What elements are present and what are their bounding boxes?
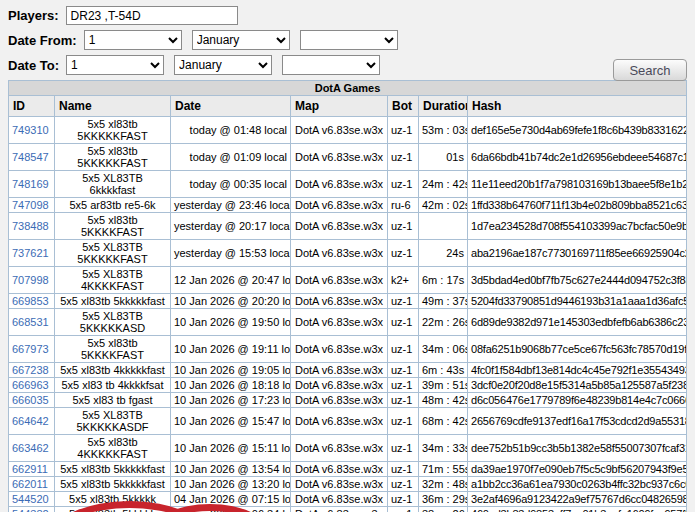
- game-id-link[interactable]: 737621: [12, 247, 49, 259]
- games-table: DotA Games IDNameDateMapBotDurationHash …: [8, 80, 687, 512]
- game-map-cell: DotA v6.83se.w3x: [291, 435, 388, 462]
- game-id-cell: 544520: [9, 492, 55, 507]
- game-duration-cell: 6m : 43s: [419, 363, 468, 378]
- game-bot-cell: uz-1: [388, 378, 419, 393]
- game-id-link[interactable]: 738488: [12, 220, 49, 232]
- date-from-month-select[interactable]: January: [192, 30, 290, 50]
- game-id-link[interactable]: 662011: [12, 478, 48, 490]
- game-id-link[interactable]: 668531: [12, 316, 49, 328]
- game-hash-cell: 1ffd338b64760f711f13b4e02b809bba8521c634: [468, 198, 687, 213]
- game-map-cell: DotA v6.83se.w3x: [291, 117, 388, 144]
- table-row: 6646425x5 XL83TB 5KKKKKASDF10 Jan 2026 @…: [9, 408, 687, 435]
- table-row: 7384885x5 xl83tb 5KKKKFASTyesterday @ 20…: [9, 213, 687, 240]
- game-bot-cell: ru-6: [388, 198, 419, 213]
- game-name-cell: 5x5 xl83tb 5KKKKKFAST: [55, 144, 171, 171]
- game-hash-cell: 6da66bdb41b74dc2e1d26956ebdeee54687c1ffb: [468, 144, 687, 171]
- game-id-link[interactable]: 544382: [12, 508, 49, 512]
- game-map-cell: DotA v6.83se.w3x: [291, 267, 388, 294]
- game-duration-cell: 49m : 37s: [419, 294, 468, 309]
- game-id-link[interactable]: 664642: [12, 415, 49, 427]
- table-row: 6685315x5 XL83TB 5KKKKKASD10 Jan 2026 @ …: [9, 309, 687, 336]
- game-id-link[interactable]: 748547: [12, 151, 49, 163]
- game-hash-cell: def165e5e730d4ab69fefe1f8c6b439b83316228: [468, 117, 687, 144]
- search-form: Players: Date From: 1 January Date To: 1…: [0, 0, 695, 75]
- game-map-cell: DotA v6.83se.w3x: [291, 363, 388, 378]
- game-hash-cell: da39ae1970f7e090eb7f5c5c9bf56207943f9e5b: [468, 462, 687, 477]
- game-map-cell: DotA v6.83se.w3x: [291, 507, 388, 512]
- game-id-link[interactable]: 666963: [12, 379, 49, 391]
- game-hash-cell: d6c056476e1779789f6e48239b814e4c7c066657: [468, 393, 687, 408]
- date-from-label: Date From:: [8, 33, 77, 48]
- game-map-cell: DotA v6.83se.w3x: [291, 294, 388, 309]
- game-id-cell: 663462: [9, 435, 55, 462]
- table-row: 6669635x5 xl83 tb 4kkkkfsat10 Jan 2026 @…: [9, 378, 687, 393]
- table-row: 7493105x5 xl83tb 5KKKKKFASTtoday @ 01:48…: [9, 117, 687, 144]
- players-input[interactable]: [66, 6, 238, 25]
- game-duration-cell: 22m : 26s: [419, 309, 468, 336]
- date-to-label: Date To:: [8, 58, 59, 73]
- table-header-row: IDNameDateMapBotDurationHash: [9, 96, 687, 117]
- game-id-link[interactable]: 667238: [12, 364, 49, 376]
- game-hash-cell: dee752b51b9cc3b5b1382e58f55007307fcaf31e: [468, 435, 687, 462]
- game-hash-cell: 2656769cdfe9137edf16a17f53cdcd2d9a553182: [468, 408, 687, 435]
- table-title: DotA Games: [9, 81, 687, 96]
- game-id-cell: 707998: [9, 267, 55, 294]
- game-duration-cell: [419, 213, 468, 240]
- date-to-month-select[interactable]: January: [174, 55, 272, 75]
- table-row: 7079985x5 XL83TB 4KKKKFAST12 Jan 2026 @ …: [9, 267, 687, 294]
- game-name-cell: 5x5 xl83tb 5KKKKFAST: [55, 213, 171, 240]
- game-map-cell: DotA v6.83se.w3x: [291, 492, 388, 507]
- game-duration-cell: 34m : 33s: [419, 435, 468, 462]
- game-name-cell: 5x5 xl83tb 4KKKKKFAST: [55, 435, 171, 462]
- table-row: 6620115x5 xl83tb 5kkkkkfast10 Jan 2026 @…: [9, 477, 687, 492]
- game-id-link[interactable]: 747098: [12, 199, 49, 211]
- game-id-cell: 748547: [9, 144, 55, 171]
- game-date-cell: 12 Jan 2026 @ 20:47 local: [171, 267, 291, 294]
- game-duration-cell: 42m : 02s: [419, 198, 468, 213]
- game-id-cell: 662011: [9, 477, 55, 492]
- game-map-cell: DotA v6.83se.w3x: [291, 309, 388, 336]
- game-date-cell: 10 Jan 2026 @ 13:20 local: [171, 477, 291, 492]
- game-date-cell: 10 Jan 2026 @ 18:18 local: [171, 378, 291, 393]
- game-map-cell: DotA v6.83se.w3x: [291, 393, 388, 408]
- column-header-hash: Hash: [468, 96, 687, 117]
- game-hash-cell: 3e2af4696a9123422a9ef75767d6cc0482659862: [468, 492, 687, 507]
- date-to-year-select[interactable]: [282, 55, 380, 75]
- game-date-cell: today @ 00:35 local: [171, 171, 291, 198]
- search-button[interactable]: Search: [613, 59, 687, 81]
- game-id-link[interactable]: 667973: [12, 343, 49, 355]
- game-map-cell: DotA v6.83se.w3x: [291, 213, 388, 240]
- game-bot-cell: uz-1: [388, 144, 419, 171]
- game-name-cell: 5x5 xl83 tb fgast: [55, 393, 171, 408]
- game-name-cell: 5x5 XL83TB 5KKKKKASDF: [55, 408, 171, 435]
- table-row: 6660355x5 xl83 tb fgast10 Jan 2026 @ 17:…: [9, 393, 687, 408]
- game-name-cell: 5x5 xl83tb 5kkkkkfast: [55, 462, 171, 477]
- game-name-cell: 5x5 XL83TB 6kkkkfast: [55, 171, 171, 198]
- game-id-link[interactable]: 544520: [12, 493, 49, 505]
- game-duration-cell: 68m : 42s: [419, 408, 468, 435]
- game-date-cell: yesterday @ 20:17 local: [171, 213, 291, 240]
- game-id-cell: 666035: [9, 393, 55, 408]
- game-id-link[interactable]: 663462: [12, 442, 49, 454]
- game-id-link[interactable]: 669853: [12, 295, 49, 307]
- date-from-year-select[interactable]: [300, 30, 398, 50]
- game-id-cell: 748169: [9, 171, 55, 198]
- game-id-link[interactable]: 749310: [12, 124, 49, 136]
- date-to-day-select[interactable]: 1: [66, 55, 164, 75]
- game-id-link[interactable]: 662911: [12, 463, 48, 475]
- game-bot-cell: uz-1: [388, 336, 419, 363]
- game-id-link[interactable]: 707998: [12, 274, 49, 286]
- game-duration-cell: 36m : 29s: [419, 492, 468, 507]
- game-id-cell: 669853: [9, 294, 55, 309]
- game-date-cell: today @ 01:09 local: [171, 144, 291, 171]
- game-duration-cell: 53m : 03s: [419, 117, 468, 144]
- game-date-cell: yesterday @ 23:46 local: [171, 198, 291, 213]
- game-hash-cell: 3d5bdad4ed0bf7fb75c627e2444d094752c3f8a9: [468, 267, 687, 294]
- red-logo-partial: [52, 499, 270, 512]
- game-id-link[interactable]: 748169: [12, 178, 49, 190]
- game-id-cell: 544382: [9, 507, 55, 512]
- game-id-link[interactable]: 666035: [12, 394, 49, 406]
- game-duration-cell: 24s: [419, 240, 468, 267]
- date-from-day-select[interactable]: 1: [84, 30, 182, 50]
- game-bot-cell: uz-1: [388, 477, 419, 492]
